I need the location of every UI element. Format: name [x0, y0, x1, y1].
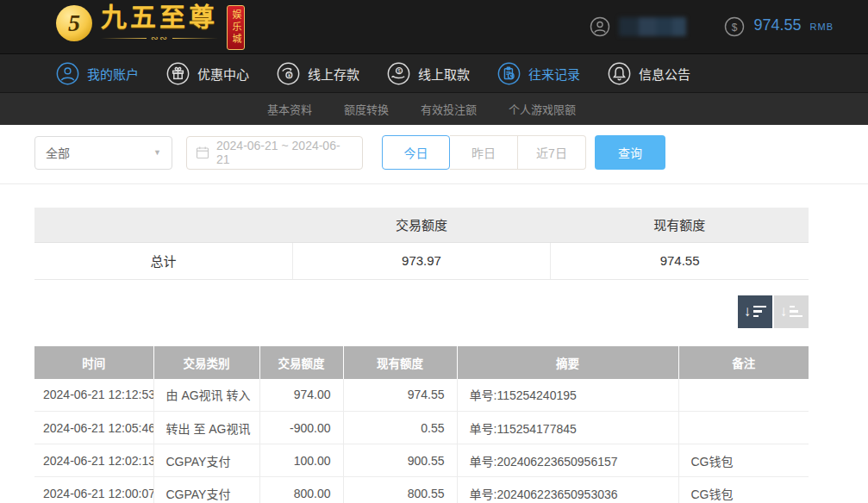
arrow-down-icon: ↓ [780, 304, 788, 319]
range-today-button[interactable]: 今日 [382, 135, 450, 170]
nav-item-transaction-records[interactable]: 往来记录 [497, 62, 580, 85]
subnav-item-credit-transfer[interactable]: 额度转换 [344, 101, 389, 117]
topbar: 5 九五至尊 ∾∾ 娱乐城 $ [0, 0, 868, 54]
table-cell: 由 AG视讯 转入 [153, 379, 259, 412]
nav-item-withdraw[interactable]: $ 线上取款 [387, 62, 470, 85]
date-range-value: 2024-06-21 ~ 2024-06-21 [216, 139, 353, 166]
nav-label: 线上取款 [418, 65, 470, 83]
bell-icon [608, 62, 631, 85]
nav-label: 线上存款 [308, 65, 359, 83]
col-header-time: 时间 [34, 346, 153, 379]
svg-text:¥: ¥ [288, 71, 291, 78]
transactions-body: 2024-06-21 12:12:53由 AG视讯 转入974.00974.55… [34, 379, 809, 503]
logo-95-icon: 5 [56, 5, 92, 41]
brand-name: 九五至尊 [101, 3, 218, 31]
table-cell: CG钱包 [678, 477, 809, 503]
coin-dollar-icon: $ [724, 16, 745, 37]
table-cell: 800.00 [259, 477, 343, 503]
date-range-input[interactable]: 2024-06-21 ~ 2024-06-21 [186, 136, 363, 170]
summary-total-label: 总计 [34, 242, 292, 279]
table-row: 2024-06-21 12:12:53由 AG视讯 转入974.00974.55… [34, 379, 809, 412]
table-cell: 800.55 [343, 477, 457, 503]
svg-text:$: $ [732, 22, 738, 34]
table-cell: CG钱包 [678, 444, 809, 477]
brand-badge: 娱乐城 [227, 5, 245, 50]
type-select-value: 全部 [46, 144, 70, 161]
transactions-table: 时间 交易类别 交易额度 现有额度 摘要 备注 2024-06-21 12:12… [34, 346, 809, 503]
table-cell: 2024-06-21 12:00:07 [34, 477, 153, 503]
table-cell: 单号:115254177845 [457, 412, 678, 444]
sort-descending-button[interactable]: ↓ [738, 295, 772, 328]
table-cell: 0.55 [343, 412, 457, 444]
table-cell: 2024-06-21 12:05:46 [34, 412, 153, 444]
table-cell: 974.55 [343, 379, 457, 412]
nav-label: 我的账户 [87, 65, 139, 83]
logo-flourish-decoration: ∾∾ [101, 33, 218, 44]
summary-header-empty [34, 208, 292, 242]
user-icon [590, 16, 610, 37]
quick-range-group: 今日 昨日 近7日 [382, 135, 586, 170]
nav-item-deposit[interactable]: ¥ 线上存款 [277, 62, 359, 85]
nav-item-my-account[interactable]: 我的账户 [56, 62, 139, 85]
nav-label: 信息公告 [639, 65, 690, 83]
sort-asc-bars-icon [790, 306, 802, 318]
summary-table: 交易额度 现有额度 总计 973.97 974.55 [34, 208, 809, 280]
summary-header-current-amount: 现有额度 [551, 208, 809, 242]
summary-header-transaction-amount: 交易额度 [292, 208, 550, 242]
subnav-item-game-limits[interactable]: 个人游戏限额 [509, 101, 576, 117]
nav-label: 优惠中心 [197, 65, 249, 83]
chevron-down-icon: ▼ [153, 148, 161, 157]
brand-logo[interactable]: 5 九五至尊 ∾∾ 娱乐城 [56, 3, 245, 50]
table-cell: 100.00 [259, 444, 343, 477]
user-account-chip[interactable] [590, 16, 686, 37]
balance-currency: RMB [810, 22, 834, 32]
range-yesterday-button[interactable]: 昨日 [450, 135, 518, 170]
sort-ascending-button[interactable]: ↓ [774, 295, 809, 328]
table-cell: 单号:115254240195 [457, 379, 678, 412]
subnav-item-basic-info[interactable]: 基本资料 [267, 101, 312, 117]
table-cell: 974.00 [259, 379, 343, 412]
records-icon [497, 62, 521, 85]
summary-header-row: 交易额度 现有额度 [34, 208, 809, 242]
col-header-remark: 备注 [678, 346, 809, 379]
query-button[interactable]: 查询 [595, 135, 665, 170]
col-header-summary: 摘要 [457, 346, 678, 379]
table-row: 2024-06-21 12:05:46转出 至 AG视讯-900.000.55单… [34, 412, 809, 444]
sub-nav: 基本资料 额度转换 有效投注额 个人游戏限额 [0, 93, 868, 125]
summary-total-row: 总计 973.97 974.55 [34, 242, 809, 279]
svg-text:$: $ [397, 67, 401, 73]
balance-display[interactable]: $ 974.55 RMB [724, 16, 834, 37]
table-row: 2024-06-21 12:00:07CGPAY支付800.00800.55单号… [34, 477, 809, 503]
nav-label: 往来记录 [528, 65, 580, 83]
nav-item-announcements[interactable]: 信息公告 [608, 62, 690, 85]
subnav-item-valid-bets[interactable]: 有效投注额 [421, 101, 477, 117]
user-icon [56, 62, 79, 85]
filter-section: 全部 ▼ 2024-06-21 ~ 2024-06-21 今日 昨日 近7日 查… [0, 125, 868, 184]
deposit-icon: ¥ [277, 62, 300, 85]
summary-transaction-total: 973.97 [292, 242, 550, 279]
col-header-amount: 交易额度 [259, 346, 343, 379]
gift-icon [166, 62, 190, 85]
table-cell: 转出 至 AG视讯 [153, 412, 259, 444]
table-cell: CGPAY支付 [153, 444, 259, 477]
table-cell: 2024-06-21 12:12:53 [34, 379, 153, 412]
table-cell: 单号:202406223650956157 [457, 444, 678, 477]
table-cell [678, 379, 809, 412]
nav-item-promotions[interactable]: 优惠中心 [166, 62, 249, 85]
table-cell: 900.55 [343, 444, 457, 477]
table-cell: -900.00 [259, 412, 343, 444]
range-last7days-button[interactable]: 近7日 [518, 135, 586, 170]
balance-amount: 974.55 [753, 16, 801, 34]
main-nav: 我的账户 优惠中心 ¥ 线上存款 $ [0, 54, 868, 93]
withdraw-icon: $ [387, 62, 410, 85]
arrow-down-icon: ↓ [744, 304, 752, 319]
col-header-balance: 现有额度 [343, 346, 457, 379]
sort-controls: ↓ ↓ [34, 295, 809, 328]
summary-current-total: 974.55 [551, 242, 809, 279]
calendar-icon [196, 146, 209, 159]
col-header-type: 交易类别 [153, 346, 259, 379]
username-blurred [619, 17, 686, 36]
table-cell: 单号:202406223650953036 [457, 477, 678, 503]
type-select[interactable]: 全部 ▼ [34, 136, 172, 170]
table-cell: 2024-06-21 12:02:13 [34, 444, 153, 477]
